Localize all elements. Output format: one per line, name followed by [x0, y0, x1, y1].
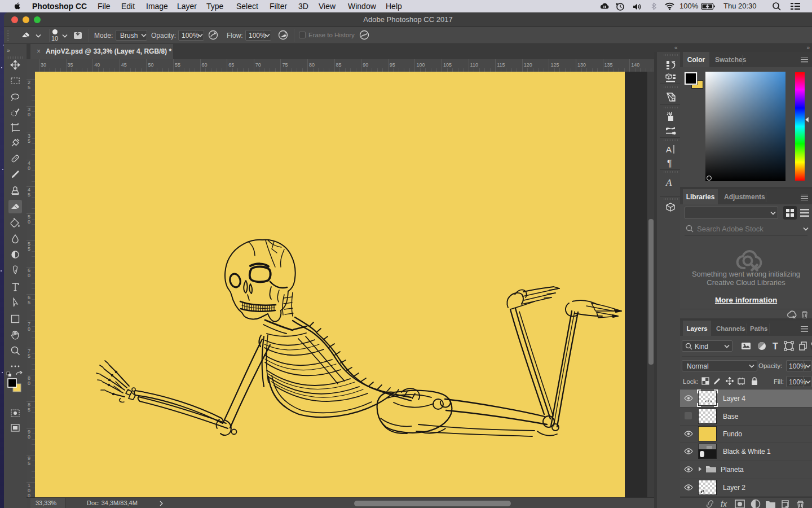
- svg-text:A: A: [666, 144, 672, 154]
- svg-text:T: T: [773, 341, 778, 351]
- svg-text:A: A: [665, 177, 672, 188]
- svg-text:¶: ¶: [667, 159, 672, 168]
- svg-text:fx: fx: [721, 500, 727, 508]
